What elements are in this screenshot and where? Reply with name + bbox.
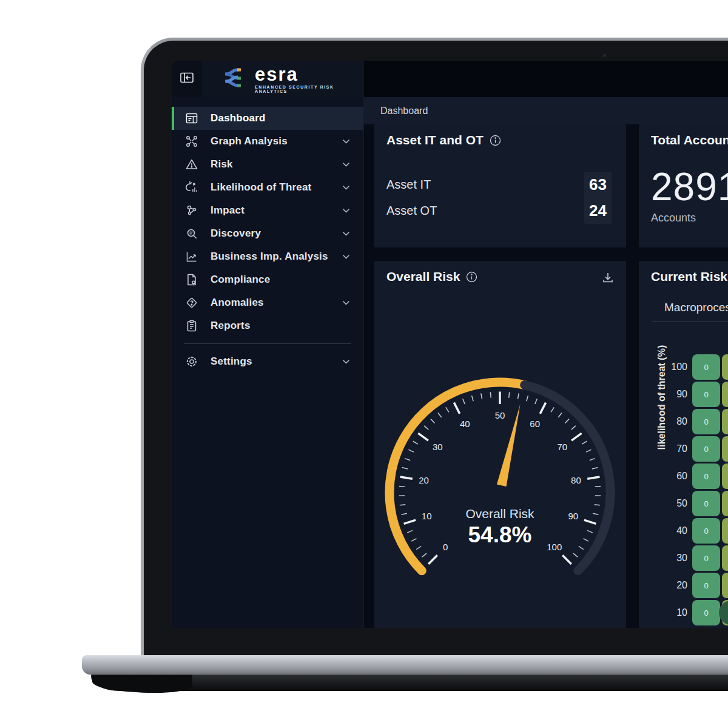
- gauge-value-label: 54.8%: [468, 522, 532, 547]
- tab-macroprocesses[interactable]: Macroprocesses: [664, 301, 728, 314]
- collapse-panel-icon: [180, 72, 194, 86]
- heatmap-cell[interactable]: 0: [692, 491, 720, 516]
- heatmap-cell[interactable]: 0: [692, 545, 720, 571]
- sidebar-item-label: Discovery: [211, 228, 342, 240]
- gauge-needle: [497, 404, 521, 487]
- sidebar-item-dashboard[interactable]: Dashboard: [172, 107, 363, 130]
- svg-text:30: 30: [433, 442, 443, 452]
- svg-text:0: 0: [443, 542, 448, 552]
- heatmap-row-label: 30: [651, 545, 687, 571]
- clipboard-icon: [185, 319, 198, 332]
- svg-text:50: 50: [495, 410, 505, 420]
- anomaly-icon: [185, 296, 198, 309]
- info-icon[interactable]: [490, 135, 501, 146]
- sidebar-item-graph-analysis[interactable]: Graph Analysis: [172, 130, 363, 153]
- heatmap-cell[interactable]: [722, 436, 728, 462]
- laptop-base-foot: [92, 675, 192, 693]
- svg-text:70: 70: [557, 442, 567, 452]
- sidebar-item-label: Risk: [211, 158, 342, 170]
- heatmap-row-label: 10: [651, 600, 687, 625]
- sidebar-item-risk[interactable]: Risk: [172, 153, 363, 176]
- chevron-down-icon: [342, 254, 350, 259]
- heatmap-row-label: 60: [651, 463, 687, 489]
- sidebar-item-discovery[interactable]: Discovery: [172, 222, 363, 245]
- chevron-down-icon: [342, 162, 350, 167]
- sidebar-item-label: Anomalies: [211, 297, 342, 309]
- line-chart-icon: [185, 250, 198, 263]
- sidebar-item-label: Dashboard: [211, 112, 354, 124]
- heatmap-cell[interactable]: 0: [692, 518, 720, 544]
- laptop-base-hinge: [82, 655, 728, 675]
- asset-row: Asset IT63: [374, 172, 626, 198]
- sidebar: DashboardGraph AnalysisRiskLikelihood of…: [172, 97, 364, 628]
- warning-icon: [185, 158, 198, 171]
- heatmap-cell[interactable]: 0: [692, 409, 720, 434]
- breadcrumb-bar: Dashboard: [364, 97, 728, 124]
- heatmap-cell[interactable]: 0: [692, 436, 720, 462]
- sidebar-item-compliance[interactable]: Compliance: [172, 268, 363, 291]
- gauge-chart-icon: [185, 181, 198, 194]
- document-icon: [185, 273, 198, 286]
- heatmap-cell[interactable]: [722, 382, 728, 407]
- sidebar-item-settings[interactable]: Settings: [172, 350, 363, 373]
- asset-row: Asset OT24: [374, 198, 626, 224]
- app-header: esra Enhanced Security Risk Analytics: [172, 61, 728, 97]
- heatmap-row-label: 40: [651, 518, 687, 544]
- chevron-down-icon: [342, 231, 350, 236]
- heatmap-cell[interactable]: 0: [692, 463, 720, 489]
- logo-text: esra: [255, 65, 364, 84]
- sidebar-item-label: Likelihood of Threat: [211, 181, 342, 194]
- active-indicator: [172, 350, 174, 373]
- sidebar-item-likelihood-of-threat[interactable]: Likelihood of Threat: [172, 176, 363, 199]
- impact-icon: [185, 204, 198, 217]
- chevron-down-icon: [342, 359, 350, 364]
- heatmap-cell[interactable]: [722, 518, 728, 544]
- heatmap-cell[interactable]: [722, 573, 728, 598]
- sidebar-item-anomalies[interactable]: Anomalies: [172, 291, 363, 314]
- sidebar-nav: DashboardGraph AnalysisRiskLikelihood of…: [172, 107, 363, 337]
- heatmap-bubble[interactable]: [719, 601, 728, 625]
- heatmap-cell[interactable]: [722, 354, 728, 380]
- tab-underline: [652, 322, 728, 322]
- risk-heatmap: 1000900800700600500400300200100: [639, 354, 728, 628]
- sidebar-item-business-imp-analysis[interactable]: Business Imp. Analysis: [172, 245, 363, 268]
- dashboard-icon: [185, 112, 198, 125]
- sidebar-collapse-button[interactable]: [172, 61, 202, 97]
- gauge-center-label: Overall Risk: [465, 507, 534, 521]
- heatmap-cell[interactable]: [722, 409, 728, 434]
- active-indicator: [172, 291, 174, 314]
- laptop-bezel: esra Enhanced Security Risk Analytics Da…: [141, 38, 728, 655]
- sidebar-item-label: Reports: [211, 320, 354, 332]
- heatmap-row-label: 50: [651, 491, 687, 516]
- app-screen: esra Enhanced Security Risk Analytics Da…: [172, 61, 728, 628]
- heatmap-cell[interactable]: 0: [692, 573, 720, 598]
- sidebar-divider: [184, 343, 351, 344]
- heatmap-cell[interactable]: 0: [692, 600, 720, 625]
- overall-risk-title: Overall Risk: [386, 269, 460, 284]
- total-accounts-unit: Accounts: [651, 212, 696, 224]
- sidebar-item-impact[interactable]: Impact: [172, 199, 363, 222]
- heatmap-cell[interactable]: 0: [692, 382, 720, 407]
- sidebar-item-reports[interactable]: Reports: [172, 314, 363, 337]
- sidebar-item-label: Settings: [211, 356, 342, 368]
- heatmap-cell[interactable]: 0: [692, 354, 720, 380]
- heatmap-cell[interactable]: [722, 463, 728, 489]
- sidebar-item-label: Business Imp. Analysis: [211, 251, 342, 263]
- heatmap-cell[interactable]: [722, 491, 728, 516]
- heatmap-cell[interactable]: [722, 545, 728, 571]
- asset-row-value: 63: [584, 172, 612, 198]
- current-risk-card: Current Risk Macroprocesses likelihood o…: [639, 261, 728, 628]
- active-indicator: [172, 222, 174, 245]
- breadcrumb[interactable]: Dashboard: [380, 106, 428, 116]
- svg-text:100: 100: [547, 542, 562, 552]
- info-icon[interactable]: [466, 271, 477, 283]
- main-content: Dashboard Asset IT and OT Asset IT63Asse…: [364, 97, 728, 628]
- chevron-down-icon: [342, 185, 350, 190]
- download-icon[interactable]: [602, 272, 614, 286]
- active-indicator: [172, 245, 174, 268]
- heatmap-row-label: 100: [651, 354, 687, 380]
- chevron-down-icon: [342, 208, 350, 213]
- header-spacer: [364, 61, 728, 97]
- network-icon: [185, 135, 198, 148]
- active-indicator: [172, 130, 174, 153]
